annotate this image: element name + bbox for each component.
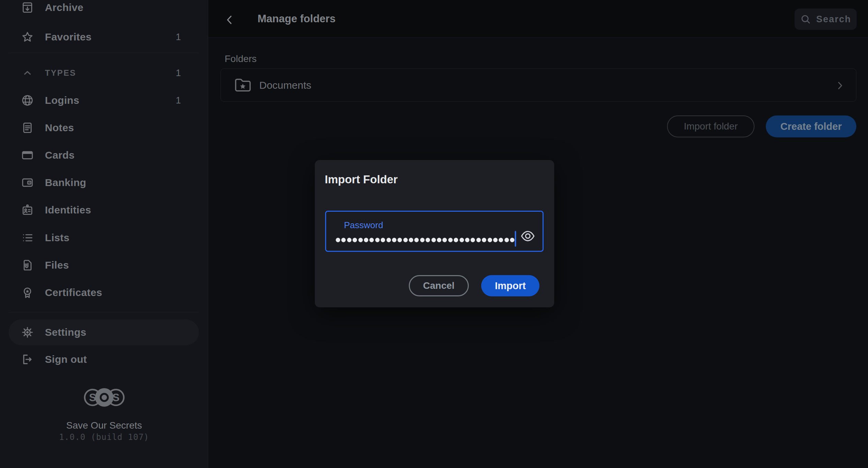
sidebar-item-archive[interactable]: Archive — [9, 0, 199, 21]
globe-icon — [21, 94, 34, 107]
id-badge-icon — [21, 203, 34, 217]
create-folder-button-label: Create folder — [781, 121, 842, 132]
certificate-ribbon-icon — [21, 286, 34, 299]
text-caret — [515, 231, 516, 247]
search-button-label: Search — [816, 14, 851, 25]
chevron-up-icon — [21, 66, 34, 80]
credit-card-icon — [21, 148, 34, 162]
sidebar-item-label: Cards — [45, 149, 75, 161]
svg-text:S: S — [89, 392, 96, 404]
dialog-title: Import Folder — [325, 173, 398, 186]
sidebar-divider — [9, 312, 199, 312]
sidebar-item-label: Favorites — [45, 31, 92, 43]
sidebar-item-notes[interactable]: Notes — [9, 114, 199, 141]
sidebar-item-cards[interactable]: Cards — [9, 141, 199, 169]
password-field[interactable]: Password — [325, 211, 544, 252]
item-count-badge: 1 — [171, 68, 185, 78]
sidebar: Archive Favorites 1 TYPES 1 — [0, 0, 208, 468]
svg-text:S: S — [112, 392, 119, 404]
folder-row-documents[interactable]: Documents — [221, 69, 856, 102]
sidebar-item-label: Lists — [45, 232, 70, 244]
app-logo: S S — [0, 386, 208, 408]
sign-out-icon — [21, 353, 34, 366]
password-dots — [336, 238, 516, 242]
sidebar-item-label: Files — [45, 259, 69, 271]
search-icon — [800, 14, 811, 25]
search-button[interactable]: Search — [795, 9, 857, 30]
star-icon — [21, 30, 34, 44]
list-icon — [21, 231, 34, 245]
sidebar-item-lists[interactable]: Lists — [9, 224, 199, 251]
sidebar-item-label: Certificates — [45, 287, 102, 298]
sidebar-item-logins[interactable]: Logins 1 — [9, 87, 199, 114]
sidebar-item-banking[interactable]: Banking — [9, 169, 199, 196]
app-version: 1.0.0 (build 107) — [0, 432, 208, 442]
sidebar-item-label: Archive — [45, 2, 83, 13]
sidebar-item-label: Sign out — [45, 354, 87, 365]
header: Manage folders Search — [208, 0, 868, 38]
sidebar-section-types[interactable]: TYPES 1 — [9, 59, 199, 87]
file-paperclip-icon — [21, 258, 34, 272]
item-count-badge: 1 — [171, 32, 185, 42]
import-button[interactable]: Import — [481, 275, 539, 296]
note-icon — [21, 121, 34, 135]
import-folder-button[interactable]: Import folder — [667, 115, 754, 137]
folder-star-icon — [234, 76, 252, 94]
import-folder-dialog: Import Folder Password Cancel Import — [315, 160, 554, 307]
cancel-button[interactable]: Cancel — [409, 275, 469, 296]
chevron-right-icon — [834, 79, 846, 91]
cancel-button-label: Cancel — [423, 280, 455, 291]
item-count-badge: 1 — [171, 95, 185, 106]
sidebar-item-label: Banking — [45, 177, 86, 188]
section-label: TYPES — [45, 68, 76, 78]
sidebar-item-label: Logins — [45, 95, 79, 106]
sidebar-item-label: Notes — [45, 122, 74, 134]
folders-section-label: Folders — [225, 53, 257, 64]
chevron-left-icon — [224, 14, 236, 26]
sidebar-item-files[interactable]: Files — [9, 251, 199, 279]
sidebar-divider — [9, 53, 199, 53]
create-folder-button[interactable]: Create folder — [766, 115, 856, 137]
sidebar-item-favorites[interactable]: Favorites 1 — [9, 23, 199, 51]
sos-logo-icon: S S — [82, 386, 126, 408]
sidebar-item-label: Settings — [45, 327, 86, 338]
import-folder-button-label: Import folder — [684, 121, 738, 132]
sidebar-item-sign-out[interactable]: Sign out — [9, 346, 199, 373]
wallet-icon — [21, 176, 34, 189]
page-title: Manage folders — [258, 0, 335, 38]
app-name: Save Our Secrets — [0, 420, 208, 431]
sidebar-item-label: Identities — [45, 204, 91, 216]
eye-icon — [519, 229, 537, 244]
back-button[interactable] — [222, 12, 237, 27]
sidebar-item-settings[interactable]: Settings — [9, 319, 199, 345]
password-field-label: Password — [344, 220, 383, 231]
folder-name: Documents — [259, 79, 311, 91]
sidebar-item-identities[interactable]: Identities — [9, 196, 199, 224]
archive-icon — [21, 1, 34, 14]
gear-icon — [21, 325, 34, 339]
import-button-label: Import — [495, 280, 526, 292]
show-password-button[interactable] — [519, 228, 537, 244]
sidebar-item-certificates[interactable]: Certificates — [9, 279, 199, 306]
